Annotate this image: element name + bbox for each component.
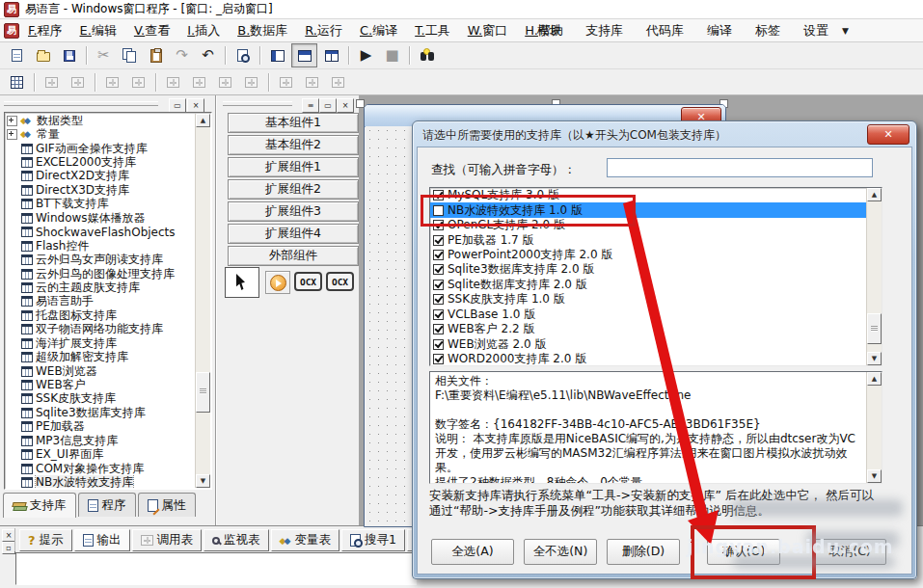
- output-tab[interactable]: 监视表: [204, 529, 269, 551]
- tab-program[interactable]: 程序: [78, 493, 136, 517]
- tree-item[interactable]: 云外归鸟女声朗读支持库: [7, 253, 196, 266]
- layout-left-icon[interactable]: [265, 44, 289, 67]
- output-tab[interactable]: ?提示: [19, 529, 72, 551]
- same-height-icon[interactable]: [300, 71, 324, 94]
- open-file-icon[interactable]: [31, 44, 55, 67]
- new-file-icon[interactable]: [5, 44, 29, 67]
- tree-item[interactable]: COM对象操作支持库: [7, 462, 196, 475]
- checkbox-checked-icon[interactable]: [433, 294, 444, 305]
- tree-item[interactable]: ◆◆常量: [7, 127, 196, 141]
- checkbox-checked-icon[interactable]: [433, 235, 444, 246]
- scroll-down-icon[interactable]: ▼: [196, 474, 210, 488]
- checkbox-checked-icon[interactable]: [433, 309, 444, 320]
- menu-item[interactable]: W.窗口: [459, 19, 517, 42]
- checkbox-checked-icon[interactable]: [433, 354, 444, 364]
- tree-item[interactable]: 易语言助手: [7, 295, 196, 308]
- toolbox-category-button[interactable]: 扩展组件2: [228, 179, 359, 200]
- menu-item[interactable]: 标签: [744, 19, 792, 42]
- output-tab[interactable]: ◆◆变量表: [271, 529, 339, 551]
- panel-close-button[interactable]: ×: [187, 98, 204, 113]
- library-list-item[interactable]: PE加载器 1.7 版: [430, 232, 882, 247]
- tree-item[interactable]: EXCEL2000支持库: [7, 155, 196, 169]
- toolbox-category-button[interactable]: 扩展组件3: [228, 201, 359, 222]
- menu-item[interactable]: B.数据库: [229, 19, 296, 42]
- tree-item[interactable]: WEB浏览器: [7, 364, 196, 378]
- checkbox-checked-icon[interactable]: [433, 264, 444, 275]
- align-right-icon[interactable]: [66, 71, 90, 94]
- info-scrollbar[interactable]: ▲ ▼: [866, 372, 882, 483]
- same-width-icon[interactable]: [274, 71, 298, 94]
- tree-item[interactable]: 云的主题皮肤支持库: [7, 281, 196, 294]
- find-binoculars-icon[interactable]: [415, 44, 439, 67]
- library-list-item[interactable]: SSK皮肤支持库 1.0 版: [430, 292, 882, 307]
- library-list-item[interactable]: WEB浏览器 2.0 版: [430, 336, 882, 351]
- toolbox-maximize-button[interactable]: ▭: [319, 98, 337, 113]
- toolbox-category-button[interactable]: 基本组件1: [228, 113, 359, 133]
- library-list-item[interactable]: Sqlite数据库支持库 2.0 版: [430, 278, 882, 292]
- scroll-down-icon[interactable]: ▼: [867, 469, 882, 483]
- output-restore-button[interactable]: ▫: [2, 542, 15, 554]
- library-list-item[interactable]: NB水波特效支持库 1.0 版: [430, 202, 882, 217]
- tree-item[interactable]: 云外归鸟的图像处理支持库: [7, 267, 196, 281]
- run-icon[interactable]: ▶: [354, 44, 378, 67]
- menu-item[interactable]: I.插入: [178, 19, 229, 42]
- dialog-button[interactable]: 确认(O): [707, 539, 780, 565]
- tree-item[interactable]: MP3信息支持库: [7, 434, 196, 447]
- center-horizontal-icon[interactable]: [161, 71, 185, 94]
- ocx-component-button[interactable]: OCX: [326, 272, 354, 291]
- menu-item[interactable]: 编译: [695, 19, 744, 42]
- dialog-button[interactable]: 删除(D): [607, 539, 680, 565]
- menu-item[interactable]: 支持库: [574, 19, 635, 42]
- tree-item[interactable]: NB水波特效支持库: [7, 475, 196, 488]
- library-list-item[interactable]: VCLBase 1.0 版: [430, 307, 882, 322]
- toolbox-category-button[interactable]: 扩展组件1: [228, 157, 359, 177]
- tree-item[interactable]: WEB客户: [7, 378, 196, 391]
- checkbox-unchecked-icon[interactable]: [433, 205, 444, 216]
- toolbox-category-button[interactable]: 外部组件: [228, 246, 359, 266]
- toolbox-category-button[interactable]: 基本组件2: [228, 135, 359, 155]
- checkbox-checked-icon[interactable]: [433, 339, 444, 350]
- scroll-down-icon[interactable]: ▼: [867, 352, 882, 365]
- align-top-icon[interactable]: [100, 71, 124, 94]
- tree-scroll-thumb[interactable]: [196, 372, 210, 413]
- scroll-up-icon[interactable]: ▲: [867, 372, 882, 386]
- select-tool-button[interactable]: [225, 267, 259, 298]
- menu-item[interactable]: C.编译: [351, 19, 406, 42]
- library-list-item[interactable]: Sqlite3数据库支持库 2.0 版: [430, 262, 882, 277]
- dialog-button[interactable]: 全不选(N): [524, 539, 597, 565]
- same-size-icon[interactable]: [326, 71, 350, 94]
- output-tab[interactable]: 输出: [74, 529, 130, 551]
- output-content-area[interactable]: [15, 552, 417, 585]
- center-vertical-icon[interactable]: [187, 71, 211, 94]
- layout-top-icon[interactable]: [291, 43, 317, 67]
- ocx-component-button[interactable]: OCX: [294, 272, 322, 291]
- checkbox-checked-icon[interactable]: [433, 280, 444, 290]
- panel-maximize-button[interactable]: ▭: [169, 98, 186, 113]
- output-tab[interactable]: 搜寻1: [341, 529, 405, 551]
- tree-item[interactable]: ◆◆数据类型: [7, 114, 196, 127]
- tree-item[interactable]: GIF动画全操作支持库: [7, 142, 196, 155]
- paste-icon[interactable]: [144, 44, 168, 67]
- tree-item[interactable]: EX_UI界面库: [7, 448, 196, 462]
- menu-item[interactable]: T.工具: [406, 19, 459, 42]
- tree-item[interactable]: PE加载器: [7, 420, 196, 434]
- redo-icon[interactable]: ↷: [170, 44, 194, 67]
- toolbox-menu-button[interactable]: ≡: [302, 98, 319, 113]
- scroll-up-icon[interactable]: ▲: [196, 114, 210, 127]
- caret-down-icon[interactable]: [842, 26, 849, 36]
- tree-item[interactable]: Windows媒体播放器: [7, 211, 196, 225]
- tree-item[interactable]: DirectX2D支持库: [7, 170, 196, 183]
- find-in-document-icon[interactable]: [231, 44, 255, 67]
- tree-item[interactable]: SSK皮肤支持库: [7, 392, 196, 406]
- panel-grip[interactable]: [4, 101, 158, 106]
- space-down-icon[interactable]: [239, 71, 263, 94]
- menu-item[interactable]: E.编辑: [71, 19, 125, 42]
- scroll-up-icon[interactable]: ▲: [867, 188, 882, 201]
- layout-split-icon[interactable]: [319, 44, 343, 67]
- checkbox-checked-icon[interactable]: [433, 190, 444, 200]
- tab-books[interactable]: 支持库: [3, 493, 76, 518]
- tree-item[interactable]: Sqlite3数据库支持库: [7, 406, 196, 419]
- align-bottom-icon[interactable]: [126, 71, 150, 94]
- search-input[interactable]: [607, 158, 873, 177]
- menu-item[interactable]: 模块: [526, 19, 574, 42]
